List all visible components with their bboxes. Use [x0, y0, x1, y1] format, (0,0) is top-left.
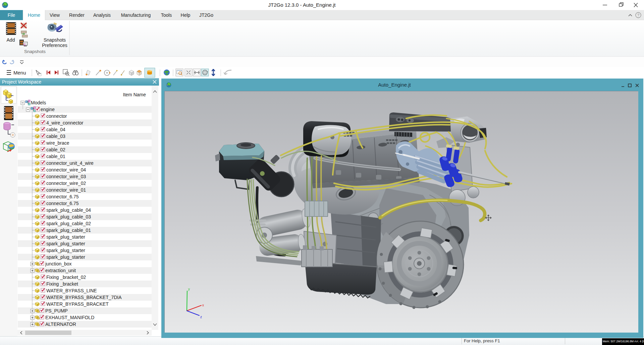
svg-text:Preferences: Preferences: [42, 43, 67, 48]
svg-text:spark_plug_cable_03: spark_plug_cable_03: [46, 214, 91, 219]
svg-text:spark_plug_cable_01: spark_plug_cable_01: [46, 228, 91, 233]
svg-text:spark_plug_starter: spark_plug_starter: [46, 248, 85, 253]
svg-text:connector_wire_04: connector_wire_04: [46, 167, 86, 172]
svg-text:WATER_BYPASS_LINE: WATER_BYPASS_LINE: [46, 288, 97, 293]
svg-text:Snapshots: Snapshots: [44, 37, 66, 43]
svg-text:junction_box: junction_box: [45, 261, 72, 266]
svg-text:EXHAUST_MANIFOLD: EXHAUST_MANIFOLD: [45, 315, 94, 320]
svg-text:4_wire_connector: 4_wire_connector: [46, 120, 84, 126]
svg-text:spark_plug_starter: spark_plug_starter: [46, 234, 85, 240]
svg-text:spark_plug_starter: spark_plug_starter: [46, 241, 85, 246]
svg-text:C: C: [23, 43, 26, 46]
svg-text:x: x: [202, 303, 204, 307]
svg-text:cable_03: cable_03: [46, 134, 65, 139]
svg-text:Fixing _bracket: Fixing _bracket: [46, 281, 78, 287]
svg-text:cable_02: cable_02: [46, 147, 65, 152]
svg-text:cable_01: cable_01: [46, 154, 65, 159]
svg-text:Fixing _bracket_02: Fixing _bracket_02: [46, 275, 86, 280]
svg-text:connector_unit_4_wire: connector_unit_4_wire: [46, 160, 94, 166]
svg-text:y: y: [188, 287, 190, 291]
svg-text:cable_04: cable_04: [46, 127, 65, 132]
svg-text:Menu: Menu: [13, 70, 26, 76]
svg-text:z: z: [200, 315, 202, 319]
svg-text:connector_6.75: connector_6.75: [46, 201, 79, 206]
svg-text:connector_wire_03: connector_wire_03: [46, 174, 86, 179]
svg-text:spark_plug_cable_02: spark_plug_cable_02: [46, 221, 91, 226]
svg-text:connector: connector: [46, 113, 67, 119]
svg-text:Snapshots: Snapshots: [24, 49, 46, 54]
svg-text:Add: Add: [7, 37, 15, 43]
svg-text:connector_wire_02: connector_wire_02: [46, 181, 86, 186]
svg-text:Models: Models: [31, 100, 46, 105]
svg-text:connector_wire_01: connector_wire_01: [46, 187, 86, 193]
svg-text:Item Name: Item Name: [123, 92, 146, 97]
svg-text:PS_PUMP: PS_PUMP: [45, 308, 68, 313]
svg-text:connector_6.75: connector_6.75: [46, 194, 79, 199]
svg-text:wire_brace: wire_brace: [46, 140, 69, 146]
svg-text:extraction_unit: extraction_unit: [45, 268, 76, 273]
svg-text:WATER_BYPASS_BRACKET: WATER_BYPASS_BRACKET: [46, 301, 109, 307]
svg-text:engine: engine: [41, 107, 55, 112]
svg-text:?: ?: [637, 13, 639, 17]
svg-text:WATER_BYPASS_BRACKET_7DIA: WATER_BYPASS_BRACKET_7DIA: [46, 295, 122, 300]
svg-text:spark_plug_cable_04: spark_plug_cable_04: [46, 207, 91, 213]
svg-text:ALTERNATOR: ALTERNATOR: [45, 322, 76, 327]
svg-text:spark_plug_starter: spark_plug_starter: [46, 254, 85, 260]
